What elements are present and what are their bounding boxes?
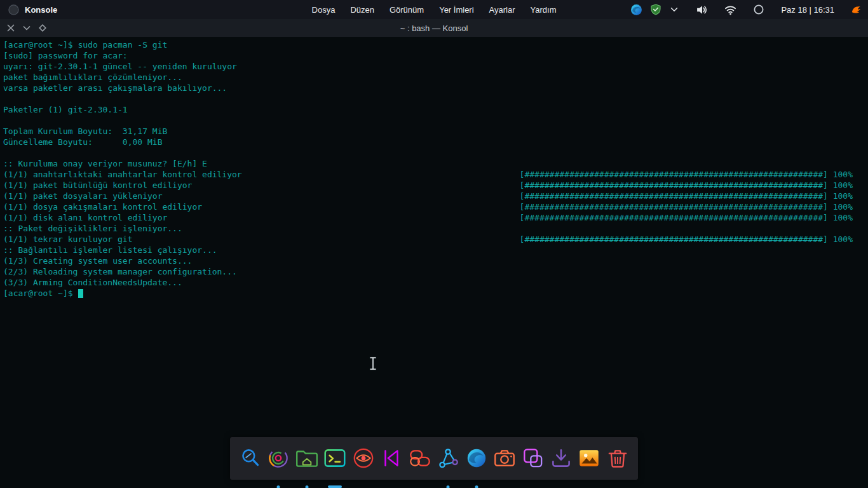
terminal-line: [sudo] password for acar: [3,50,853,61]
media-play-icon [379,445,404,471]
dock-media-app[interactable] [379,445,404,488]
terminal-line: :: Paket değişiklikleri işleniyor... [3,223,853,234]
terminal-line: :: Kuruluma onay veriyor musunuz? [E/h] … [3,158,853,169]
chevron-down-icon[interactable] [669,4,679,15]
terminal-line: (1/1) disk alanı kontrol ediliyor[######… [3,212,853,223]
progress-bar-text: [#######################################… [520,169,853,180]
terminal-line: Paketler (1) git-2.30.1-1 [3,104,853,115]
dock-browser[interactable] [464,445,489,488]
home-folder-icon [294,445,320,471]
dock-clipboard-app[interactable] [520,445,546,488]
shield-icon[interactable] [650,4,661,15]
terminal-line: (1/1) paket bütünlüğü kontrol ediliyor[#… [3,180,853,191]
terminal-line: (3/3) Arming ConditionNeedsUpdate... [3,277,853,288]
terminal-line: [acar@root ~]$ sudo pacman -S git [3,39,853,50]
terminal-cursor [78,289,83,298]
terminal-line: (1/1) paket dosyaları yükleniyor[#######… [3,191,853,201]
top-panel: Konsole DosyaDüzenGörünümYer İmleriAyarl… [0,0,868,19]
node-graph-icon [435,445,461,471]
dock-running-indicator [277,485,280,488]
menubar: DosyaDüzenGörünümYer İmleriAyarlarYardım [312,5,557,15]
dock [230,437,638,488]
detach-diamond-icon[interactable] [37,23,48,33]
wifi-icon[interactable] [724,4,736,16]
terminal-line: (1/3) Creating system user accounts... [3,255,853,266]
image-icon [576,445,602,471]
terminal-line: :: Bağlantılı işlemler listesi çalışıyor… [3,245,853,255]
window-app-title: Konsole [25,5,57,15]
terminal-output[interactable]: [acar@root ~]$ sudo pacman -S git[sudo] … [0,37,868,488]
browser-icon [464,445,489,471]
rainbow-rings-icon [266,445,291,471]
menu-dosya[interactable]: Dosya [312,5,336,15]
dock-trash[interactable] [605,445,630,488]
dock-running-indicator [447,485,450,488]
menu-görünüm[interactable]: Görünüm [390,5,424,15]
menu-yer-i̇mleri[interactable]: Yer İmleri [439,5,473,15]
download-icon [548,445,574,471]
dock-garuda-welcome[interactable] [266,445,291,488]
terminal-line: (1/1) anahtarlıktaki anahtarlar kontrol … [3,169,853,180]
ring-tray-icon[interactable] [753,4,764,15]
linked-shapes-icon [407,445,433,471]
dock-camera-screenshot[interactable] [492,445,517,488]
progress-bar-text: [#######################################… [520,180,853,191]
terminal-line: (1/1) tekrar kuruluyor git[#############… [3,234,853,245]
terminal-line: (2/3) Reloading system manager configura… [3,266,853,277]
dock-image-viewer[interactable] [576,445,602,488]
dock-running-indicator [328,485,342,488]
progress-bar-text: [#######################################… [520,201,853,212]
menu-yardım[interactable]: Yardım [531,5,557,15]
terminal-line: Güncelleme Boyutu: 0,00 MiB [3,137,853,147]
dock-search[interactable] [238,445,263,488]
dock-running-indicator [305,485,308,488]
konsole-window-icon[interactable] [8,4,19,15]
clock[interactable]: Paz 18 | 16:31 [781,5,834,15]
terminal-line [3,147,853,158]
menu-ayarlar[interactable]: Ayarlar [489,5,515,15]
dock-node-graph-app[interactable] [435,445,461,488]
stacked-squares-icon [520,445,546,471]
search-icon [238,445,263,471]
camera-icon [492,445,517,471]
terminal-line [3,115,853,126]
menu-düzen[interactable]: Düzen [350,5,374,15]
desktop: Konsole DosyaDüzenGörünümYer İmleriAyarl… [0,0,868,488]
dock-running-indicator [475,485,478,488]
dock-shapes-app[interactable] [407,445,433,488]
dock-items [238,445,630,488]
browser-tray-icon[interactable] [630,4,642,16]
terminal-line: varsa paketler arası çakışmalara bakılıy… [3,83,853,93]
terminal-line: paket bağımlılıkları çözümleniyor... [3,72,853,83]
chevron-down-icon[interactable] [22,23,32,33]
terminal-line: uyarı: git-2.30.1-1 güncel -- yeniden ku… [3,61,853,72]
terminal-line: Toplam Kurulum Boyutu: 31,17 MiB [3,126,853,137]
terminal-line [3,93,853,104]
terminal-line: (1/1) dosya çakışmaları kontrol ediliyor… [3,201,853,212]
eye-icon [351,445,376,471]
progress-bar-text: [#######################################… [520,234,853,245]
dock-eye-app[interactable] [351,445,376,488]
progress-bar-text: [#######################################… [520,212,853,223]
tab-title: ~ : bash — Konsol [400,24,468,33]
terminal-line: [acar@root ~]$ [3,288,853,299]
dock-terminal[interactable] [322,445,348,488]
progress-bar-text: [#######################################… [520,191,853,201]
terminal-icon [322,445,348,471]
volume-icon[interactable] [696,4,708,16]
tab-bar: ~ : bash — Konsol [0,19,868,37]
tray-group [630,4,679,16]
dock-file-manager[interactable] [294,445,320,488]
garuda-logo-icon[interactable] [851,4,862,15]
system-tray: Paz 18 | 16:31 [630,0,863,19]
trash-icon [605,445,630,471]
dock-downloads[interactable] [548,445,574,488]
close-icon[interactable] [6,23,16,33]
